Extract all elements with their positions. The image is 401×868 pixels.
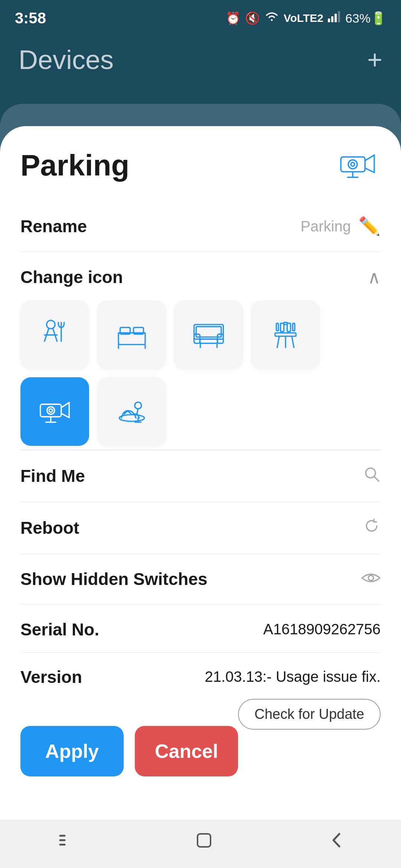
status-icons: ⏰ 🔇 VoLTE2 63%🔋 bbox=[226, 11, 386, 26]
svg-line-57 bbox=[374, 477, 379, 481]
svg-rect-1 bbox=[331, 16, 333, 22]
icon-cell-parking[interactable] bbox=[20, 377, 89, 446]
modal-header: Parking bbox=[20, 148, 381, 183]
reboot-icon[interactable] bbox=[363, 517, 381, 539]
mute-icon: 🔇 bbox=[245, 11, 260, 25]
show-hidden-row[interactable]: Show Hidden Switches bbox=[20, 554, 381, 605]
nav-bar bbox=[0, 820, 401, 868]
chevron-up-icon[interactable]: ∧ bbox=[368, 267, 381, 287]
icon-cell-dining[interactable] bbox=[251, 300, 320, 369]
svg-point-58 bbox=[368, 575, 374, 581]
cancel-button[interactable]: Cancel bbox=[135, 726, 238, 776]
svg-rect-36 bbox=[284, 322, 287, 325]
version-label: Version bbox=[20, 667, 82, 687]
add-device-button[interactable]: + bbox=[367, 45, 382, 75]
svg-rect-4 bbox=[341, 157, 365, 172]
rename-row: Rename Parking ✏️ bbox=[20, 201, 381, 252]
svg-rect-62 bbox=[198, 834, 211, 847]
eye-icon[interactable] bbox=[361, 569, 381, 589]
rename-label: Rename bbox=[20, 216, 87, 236]
rename-value: Parking bbox=[300, 218, 351, 235]
svg-rect-0 bbox=[328, 19, 330, 22]
serial-label: Serial No. bbox=[20, 619, 99, 640]
svg-line-42 bbox=[61, 402, 69, 408]
signal-icon bbox=[328, 11, 341, 25]
svg-rect-2 bbox=[335, 14, 337, 22]
status-time: 3:58 bbox=[15, 9, 46, 27]
page-title: Devices bbox=[19, 45, 114, 75]
edit-icon[interactable]: ✏️ bbox=[358, 216, 381, 237]
selected-device-icon bbox=[336, 148, 381, 182]
find-me-row[interactable]: Find Me bbox=[20, 450, 381, 502]
icon-grid bbox=[20, 300, 381, 446]
modal-sheet: Parking Rename Parking ✏️ Change icon ∧ bbox=[0, 126, 401, 868]
app-header: Devices + bbox=[0, 33, 401, 90]
reboot-label: Reboot bbox=[20, 518, 79, 538]
change-icon-header[interactable]: Change icon ∧ bbox=[20, 252, 381, 300]
icon-cell-bedroom[interactable] bbox=[97, 300, 166, 369]
modal-title: Parking bbox=[20, 148, 129, 183]
nav-menu-icon[interactable] bbox=[57, 832, 79, 848]
change-icon-label: Change icon bbox=[20, 267, 123, 287]
status-bar: 3:58 ⏰ 🔇 VoLTE2 63%🔋 bbox=[0, 0, 401, 33]
version-value: 21.03.13:- Usage issue fix. bbox=[205, 668, 381, 685]
icon-cell-living-room[interactable] bbox=[174, 300, 243, 369]
svg-line-49 bbox=[137, 409, 138, 414]
lte-icon: VoLTE2 bbox=[284, 12, 323, 24]
svg-line-31 bbox=[277, 336, 279, 347]
icon-cell-gym[interactable] bbox=[97, 377, 166, 446]
svg-rect-27 bbox=[200, 339, 217, 343]
svg-rect-37 bbox=[293, 323, 295, 331]
wifi-icon bbox=[264, 11, 279, 25]
nav-back-icon[interactable] bbox=[329, 830, 344, 851]
alarm-icon: ⏰ bbox=[226, 11, 241, 25]
apply-button[interactable]: Apply bbox=[20, 726, 124, 776]
svg-rect-3 bbox=[338, 11, 340, 22]
svg-line-7 bbox=[365, 155, 374, 161]
check-update-button[interactable]: Check for Update bbox=[238, 699, 381, 730]
svg-point-41 bbox=[49, 409, 52, 412]
svg-point-40 bbox=[47, 407, 54, 414]
nav-home-icon[interactable] bbox=[194, 830, 214, 851]
svg-point-48 bbox=[134, 402, 141, 409]
svg-point-47 bbox=[119, 414, 144, 421]
svg-point-6 bbox=[351, 162, 355, 166]
svg-point-12 bbox=[46, 320, 55, 329]
svg-line-8 bbox=[365, 168, 374, 172]
serial-row: Serial No. A1618909262756 bbox=[20, 605, 381, 653]
version-section: Version 21.03.13:- Usage issue fix. Chec… bbox=[20, 653, 381, 702]
search-icon[interactable] bbox=[363, 465, 381, 487]
reboot-row[interactable]: Reboot bbox=[20, 502, 381, 554]
svg-line-43 bbox=[61, 413, 69, 417]
bottom-buttons: Apply Cancel bbox=[20, 709, 238, 791]
battery-icon: 63%🔋 bbox=[345, 11, 386, 26]
serial-value: A1618909262756 bbox=[263, 621, 381, 638]
find-me-label: Find Me bbox=[20, 466, 85, 486]
svg-line-32 bbox=[291, 336, 294, 347]
icon-cell-kitchen[interactable] bbox=[20, 300, 89, 369]
show-hidden-label: Show Hidden Switches bbox=[20, 569, 208, 589]
svg-point-5 bbox=[348, 160, 357, 169]
svg-rect-38 bbox=[276, 323, 278, 331]
